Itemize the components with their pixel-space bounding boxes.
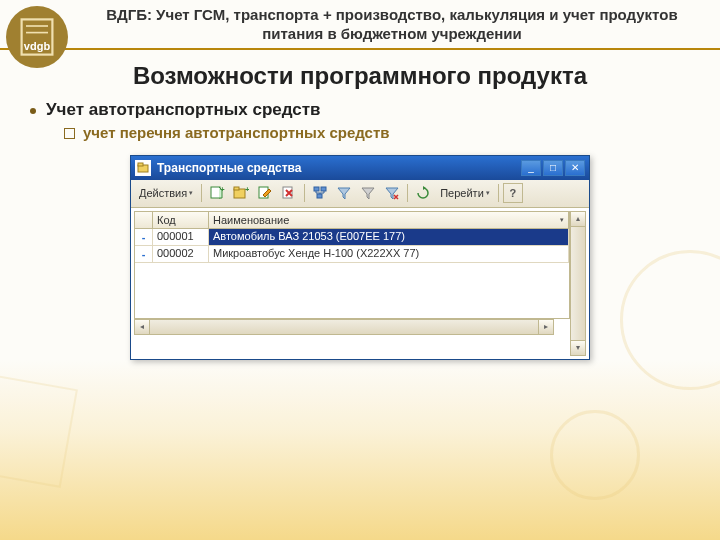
refresh-icon[interactable] [412, 183, 434, 203]
grid-header: Код Наименование▾ [134, 211, 570, 229]
table-row[interactable]: - 000002 Микроавтобус Хенде Н-100 (Х222Х… [135, 246, 569, 263]
svg-rect-15 [317, 194, 322, 198]
svg-text:vdgb: vdgb [24, 40, 51, 52]
window-icon [135, 160, 151, 176]
grid-body: - 000001 Автомобиль ВАЗ 21053 (Е007ЕЕ 17… [134, 229, 570, 319]
window-title: Транспортные средства [157, 161, 521, 175]
filter-off-icon[interactable] [357, 183, 379, 203]
bullet-item: Учет автотранспортных средств [30, 100, 690, 120]
scroll-up-icon[interactable]: ▴ [571, 212, 585, 227]
name-cell: Автомобиль ВАЗ 21053 (Е007ЕЕ 177) [209, 229, 569, 246]
svg-text:+: + [220, 185, 225, 194]
sort-indicator-icon: ▾ [560, 216, 564, 224]
code-column-header[interactable]: Код [153, 212, 209, 228]
svg-text:+: + [245, 185, 249, 194]
horizontal-scrollbar[interactable]: ◂ ▸ [134, 319, 554, 335]
svg-rect-5 [138, 163, 143, 166]
actions-menu[interactable]: Действия▾ [135, 185, 197, 201]
vdgb-logo: vdgb [6, 6, 68, 68]
window-titlebar[interactable]: Транспортные средства _ □ ✕ [131, 156, 589, 180]
toolbar: Действия▾ + + Перейти▾ ? [131, 180, 589, 208]
filter-clear-icon[interactable] [381, 183, 403, 203]
code-cell: 000001 [153, 229, 209, 246]
svg-rect-9 [234, 187, 239, 190]
sub-bullet-item: учет перечня автотранспортных средств [64, 124, 690, 141]
goto-menu[interactable]: Перейти▾ [436, 185, 494, 201]
maximize-button[interactable]: □ [543, 160, 563, 176]
edit-icon[interactable] [254, 183, 276, 203]
code-cell: 000002 [153, 246, 209, 263]
sub-bullet-text: учет перечня автотранспортных средств [83, 124, 389, 141]
delete-icon[interactable] [278, 183, 300, 203]
scroll-down-icon[interactable]: ▾ [571, 340, 585, 355]
square-bullet-icon [64, 128, 75, 139]
scroll-left-icon[interactable]: ◂ [135, 320, 150, 334]
hierarchy-icon[interactable] [309, 183, 331, 203]
add-icon[interactable]: + [206, 183, 228, 203]
filter-icon[interactable] [333, 183, 355, 203]
app-window: Транспортные средства _ □ ✕ Действия▾ + … [130, 155, 590, 360]
name-column-header[interactable]: Наименование▾ [209, 212, 569, 228]
close-button[interactable]: ✕ [565, 160, 585, 176]
data-grid: Код Наименование▾ - 000001 Автомобиль ВА… [131, 208, 589, 359]
table-row[interactable]: - 000001 Автомобиль ВАЗ 21053 (Е007ЕЕ 17… [135, 229, 569, 246]
svg-rect-13 [314, 187, 319, 191]
name-cell: Микроавтобус Хенде Н-100 (Х222ХХ 77) [209, 246, 569, 263]
expand-icon[interactable]: - [135, 246, 153, 263]
header-title: ВДГБ: Учет ГСМ, транспорта + производств… [84, 6, 700, 44]
help-button[interactable]: ? [503, 183, 523, 203]
vertical-scrollbar[interactable]: ▴ ▾ [570, 211, 586, 356]
slide-header: ВДГБ: Учет ГСМ, транспорта + производств… [0, 0, 720, 50]
bullet-dot-icon [30, 108, 36, 114]
add-group-icon[interactable]: + [230, 183, 252, 203]
scroll-right-icon[interactable]: ▸ [538, 320, 553, 334]
slide-title: Возможности программного продукта [0, 62, 720, 90]
minimize-button[interactable]: _ [521, 160, 541, 176]
svg-rect-14 [321, 187, 326, 191]
expand-column-header[interactable] [135, 212, 153, 228]
expand-icon[interactable]: - [135, 229, 153, 246]
svg-rect-6 [211, 187, 220, 198]
bullet-text: Учет автотранспортных средств [46, 100, 321, 120]
